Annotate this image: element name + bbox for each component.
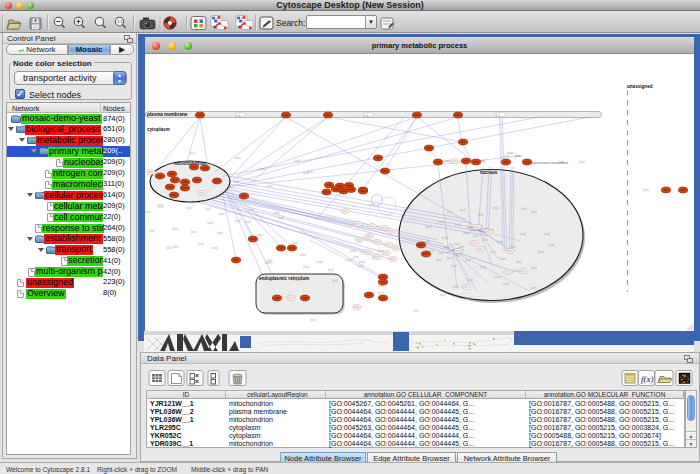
svg-text:xxxx: xxxx [463, 286, 469, 289]
svg-text:(xxx): (xxx) [145, 210, 151, 214]
svg-text:(xxx): (xxx) [166, 246, 172, 250]
svg-text:(xxx): (xxx) [353, 255, 359, 259]
svg-text:xxxx: xxxx [369, 225, 375, 228]
svg-text:xxxx: xxxx [374, 241, 380, 244]
svg-text:(xxx): (xxx) [235, 219, 241, 223]
svg-text:(xxx): (xxx) [294, 159, 300, 163]
svg-text:endoplasmic reticulum: endoplasmic reticulum [259, 276, 309, 281]
svg-text:(xxx): (xxx) [274, 211, 280, 215]
svg-text:(xxx): (xxx) [531, 266, 537, 270]
svg-text:(xxx): (xxx) [310, 318, 316, 322]
svg-text:xxxx: xxxx [383, 252, 389, 255]
svg-text:(xxx): (xxx) [219, 212, 225, 216]
svg-text:(xxx): (xxx) [454, 242, 460, 246]
svg-text:(xxx): (xxx) [317, 260, 323, 264]
svg-text:(xxx): (xxx) [500, 257, 506, 261]
svg-text:(xxx): (xxx) [350, 249, 356, 253]
svg-text:(xxx): (xxx) [369, 203, 375, 207]
svg-text:(xxx): (xxx) [328, 268, 334, 272]
svg-text:xxxx: xxxx [455, 250, 461, 253]
svg-text:xxxx: xxxx [199, 192, 205, 195]
svg-text:(xxx): (xxx) [378, 291, 384, 295]
svg-text:xxxx: xxxx [507, 250, 513, 253]
svg-text:(xxx): (xxx) [453, 285, 459, 289]
svg-text:(xxx): (xxx) [579, 160, 585, 164]
svg-text:(xxx): (xxx) [212, 246, 218, 250]
svg-text:(xxx): (xxx) [438, 251, 444, 255]
svg-text:(xxx): (xxx) [248, 208, 254, 212]
svg-text:(xxx): (xxx) [549, 243, 555, 247]
svg-text:xxxx: xxxx [390, 258, 396, 261]
svg-text:(xxx): (xxx) [413, 309, 419, 313]
svg-text:(xxx): (xxx) [495, 275, 501, 279]
svg-text:(xxx): (xxx) [235, 156, 241, 160]
svg-text:(xxx): (xxx) [513, 269, 519, 273]
svg-text:(xxx): (xxx) [149, 229, 155, 233]
svg-text:(xxx): (xxx) [643, 188, 649, 192]
svg-text:(xxx): (xxx) [444, 245, 450, 249]
svg-text:(xxx): (xxx) [267, 184, 273, 188]
svg-text:(xxx): (xxx) [480, 265, 486, 269]
svg-text:xxxxxxxxxx: xxxxxxxxxx [531, 161, 551, 165]
svg-text:(xxx): (xxx) [191, 230, 197, 234]
svg-text:xxxx: xxxx [388, 230, 394, 233]
svg-text:(xxx): (xxx) [544, 232, 550, 236]
svg-text:(xxx): (xxx) [207, 221, 213, 225]
svg-text:xxxx: xxxx [288, 297, 294, 300]
svg-text:1:1: 1:1 [117, 19, 123, 24]
svg-text:(xxx): (xxx) [173, 245, 179, 249]
svg-text:(xxx): (xxx) [515, 154, 522, 158]
svg-text:(xxx): (xxx) [440, 293, 446, 297]
svg-text:(xxx): (xxx) [217, 231, 223, 235]
svg-text:(xxx): (xxx) [245, 220, 251, 224]
svg-text:(xxx): (xxx) [172, 227, 178, 231]
svg-text:(xxx): (xxx) [265, 261, 271, 265]
svg-text:xxxx: xxxx [471, 242, 477, 245]
svg-text:[--]: [--] [496, 113, 500, 117]
svg-text:(xxx): (xxx) [186, 206, 192, 210]
svg-text:xxxx: xxxx [486, 231, 492, 234]
svg-text:(xxx): (xxx) [300, 253, 306, 257]
svg-text:(xxx): (xxx) [260, 167, 266, 171]
svg-text:(xxx): (xxx) [478, 213, 484, 217]
svg-text:(xxx): (xxx) [447, 210, 453, 214]
svg-text:(xxx): (xxx) [455, 223, 461, 227]
svg-text:xxxx: xxxx [354, 306, 360, 309]
svg-text:(xxx): (xxx) [359, 260, 365, 264]
svg-text:(xxx): (xxx) [538, 250, 544, 254]
svg-text:xxxx: xxxx [148, 171, 154, 174]
svg-text:(xxx): (xxx) [303, 171, 309, 175]
svg-text:(xxx): (xxx) [520, 232, 526, 236]
svg-text:(xxx): (xxx) [465, 296, 471, 300]
svg-text:(xxx): (xxx) [465, 258, 471, 262]
svg-text:(xxx): (xxx) [442, 236, 448, 240]
svg-text:(xxx): (xxx) [497, 240, 503, 244]
svg-text:cytoplasm: cytoplasm [147, 127, 170, 132]
svg-text:(xxx): (xxx) [278, 216, 284, 220]
svg-text:(xxx): (xxx) [303, 265, 309, 269]
svg-text:(xxx): (xxx) [436, 258, 442, 262]
svg-text:xxxx: xxxx [505, 271, 511, 274]
svg-text:(xxx): (xxx) [490, 250, 496, 254]
svg-text:xxxx: xxxx [393, 247, 399, 250]
svg-text:(xxx): (xxx) [347, 258, 353, 262]
svg-text:(xxx): (xxx) [460, 208, 466, 212]
svg-text:(xxx): (xxx) [504, 154, 510, 158]
svg-text:xxxx: xxxx [357, 239, 363, 242]
svg-text:(xxx): (xxx) [157, 203, 163, 207]
svg-text:plasma membrane: plasma membrane [147, 112, 188, 117]
svg-text:xxxx: xxxx [478, 248, 484, 251]
svg-text:(xxx): (xxx) [233, 179, 239, 183]
svg-text:[--]: [--] [236, 113, 240, 117]
svg-text:(xxx): (xxx) [332, 279, 338, 283]
svg-text:xxxxxxxx: xxxxxxxx [552, 161, 568, 165]
svg-text:(xxx): (xxx) [295, 278, 301, 282]
svg-text:(xxx): (xxx) [521, 207, 527, 211]
svg-text:(xxx): (xxx) [482, 238, 488, 242]
svg-text:xxxx: xxxx [386, 244, 392, 247]
svg-text:(xxx): (xxx) [190, 151, 196, 155]
svg-text:(xxx): (xxx) [447, 256, 453, 260]
svg-text:(xxx): (xxx) [451, 264, 457, 268]
svg-text:(xxx): (xxx) [516, 260, 522, 264]
svg-text:(xxx): (xxx) [426, 225, 432, 229]
